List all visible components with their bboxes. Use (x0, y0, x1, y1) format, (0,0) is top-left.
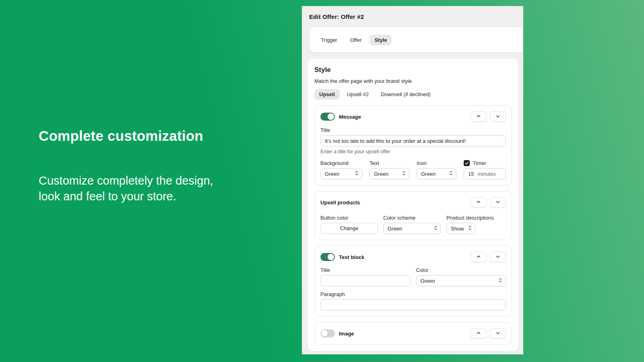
icon-label: Icon (417, 160, 456, 166)
style-panel: Style Match the offer page with your bra… (308, 58, 519, 352)
upsell-products-move-down-button[interactable] (490, 197, 506, 208)
select-caret-icon (499, 278, 502, 284)
text-block-section: Text block Title (314, 246, 512, 317)
timer-field: Timer 15 minutes (464, 160, 506, 179)
image-move-down-button[interactable] (490, 328, 506, 339)
icon-select[interactable]: Green (417, 168, 456, 179)
select-caret-icon (449, 171, 453, 177)
tab-trigger[interactable]: Trigger (316, 35, 342, 45)
chevron-up-icon (476, 113, 481, 120)
product-descriptions-select[interactable]: Show (446, 223, 475, 234)
window-title: Edit Offer: Offer #2 (309, 13, 364, 20)
timer-minutes-input[interactable]: 15 minutes (464, 168, 506, 179)
chevron-down-icon (495, 253, 500, 261)
timer-label: Timer (473, 160, 486, 166)
text-block-title: Text block (339, 254, 364, 260)
color-scheme-label: Color scheme (383, 215, 441, 221)
hero-subtitle: Customize completely the design, look an… (39, 173, 280, 204)
select-caret-icon (402, 171, 406, 177)
background-select[interactable]: Green (320, 168, 362, 179)
text-label: Text (369, 160, 409, 166)
change-button[interactable]: Change (320, 223, 378, 234)
product-descriptions-field: Product descriptions Show (446, 215, 494, 234)
hero-subtitle-line2: look and feel to your store. (39, 189, 280, 204)
background-color-field: Background Green (320, 160, 362, 179)
select-caret-icon (355, 171, 359, 177)
message-title-label: Title (320, 127, 506, 133)
chevron-up-icon (476, 199, 481, 206)
text-block-move-down-button[interactable] (490, 252, 506, 262)
image-section-title: Image (339, 331, 354, 337)
text-block-color-field: Color Green (416, 267, 506, 286)
message-toggle[interactable] (320, 113, 335, 121)
product-descriptions-label: Product descriptions (446, 215, 494, 221)
text-block-color-label: Color (416, 267, 506, 273)
icon-select-value: Green (421, 171, 436, 177)
message-title-help: Enter a title for your upsell offer (320, 149, 506, 154)
product-descriptions-value: Show (451, 226, 464, 232)
message-section: Message Title Enter a title for your ups… (314, 105, 512, 185)
text-select-value: Green (374, 171, 388, 177)
message-move-up-button[interactable] (471, 111, 487, 122)
image-move-up-button[interactable] (471, 328, 487, 339)
message-section-title: Message (339, 114, 361, 120)
chevron-down-icon (495, 199, 500, 206)
background-select-value: Green (325, 171, 339, 177)
variant-tabs: Upsell Upsell #2 Downsell (if declined) (314, 89, 512, 100)
message-title-input[interactable] (320, 135, 506, 146)
text-block-color-select[interactable]: Green (416, 275, 506, 286)
timer-checkbox[interactable] (464, 160, 470, 166)
select-caret-icon (468, 225, 472, 232)
toggle-knob (328, 113, 334, 120)
text-block-color-value: Green (421, 278, 435, 284)
check-icon (464, 160, 469, 167)
tab-offer[interactable]: Offer (345, 35, 367, 45)
style-panel-heading: Style (314, 66, 512, 74)
text-select[interactable]: Green (369, 168, 409, 179)
hero-subtitle-line1: Customize completely the design, (39, 173, 280, 189)
icon-color-field: Icon Green (417, 160, 456, 179)
chevron-up-icon (476, 253, 481, 261)
text-block-title-label: Title (320, 267, 411, 273)
text-block-toggle[interactable] (320, 253, 335, 261)
timer-value: 15 (468, 171, 474, 177)
text-block-move-up-button[interactable] (471, 252, 487, 262)
hero-copy: Complete customization Customize complet… (39, 128, 280, 204)
chevron-down-icon (495, 330, 500, 337)
text-block-title-field: Title (320, 267, 411, 286)
button-color-label: Button color (320, 215, 378, 221)
upsell-products-move-up-button[interactable] (471, 197, 487, 208)
tab-style[interactable]: Style (369, 35, 392, 45)
paragraph-input[interactable] (320, 299, 506, 311)
toggle-knob (328, 254, 334, 260)
nav-tabs-bar: Trigger Offer Style (309, 27, 523, 53)
button-color-field: Button color Change (320, 215, 378, 234)
timer-suffix: minutes (477, 171, 496, 177)
background-label: Background (320, 160, 362, 166)
style-panel-description: Match the offer page with your brand sty… (314, 78, 512, 84)
window-header: Edit Offer: Offer #2 (302, 6, 523, 27)
toggle-knob (321, 330, 328, 337)
variant-tab-upsell2[interactable]: Upsell #2 (342, 89, 374, 100)
message-move-down-button[interactable] (490, 111, 506, 122)
color-scheme-select[interactable]: Green (383, 223, 441, 234)
upsell-products-section: Upsell products Button color Change (314, 191, 512, 240)
variant-tab-downsell[interactable]: Downsell (if declined) (376, 89, 436, 100)
upsell-products-title: Upsell products (320, 200, 360, 206)
color-scheme-value: Green (388, 226, 402, 232)
image-toggle[interactable] (320, 329, 335, 337)
color-scheme-field: Color scheme Green (383, 215, 441, 234)
text-color-field: Text Green (369, 160, 409, 179)
chevron-down-icon (495, 113, 500, 120)
chevron-up-icon (476, 330, 481, 337)
variant-tab-upsell[interactable]: Upsell (314, 89, 340, 100)
paragraph-label: Paragraph (320, 291, 506, 297)
image-section: Image (314, 322, 512, 345)
paragraph-field: Paragraph (320, 291, 506, 311)
edit-offer-window: Edit Offer: Offer #2 Trigger Offer Style… (302, 6, 523, 354)
text-block-title-input[interactable] (320, 275, 411, 286)
marketing-background: Complete customization Customize complet… (0, 0, 644, 362)
select-caret-icon (434, 225, 438, 232)
hero-title: Complete customization (39, 128, 280, 144)
